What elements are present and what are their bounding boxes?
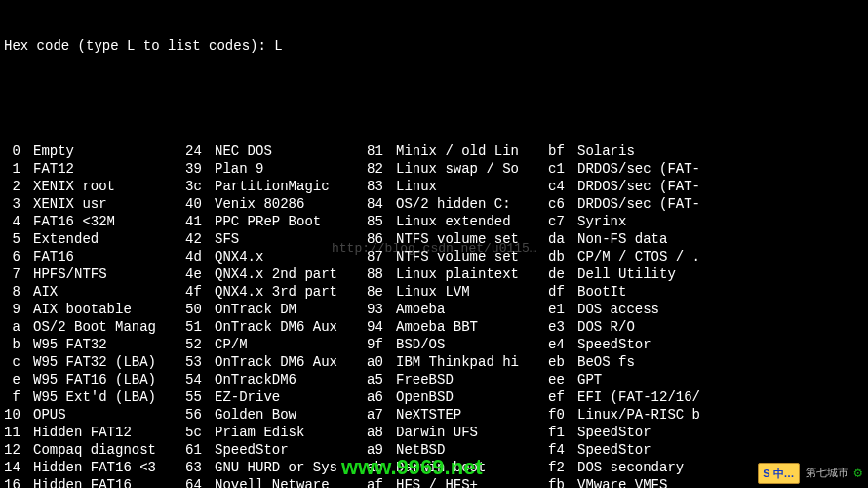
name: OpenBSD [396, 388, 548, 406]
table-row: 11Hidden FAT125cPriam Ediska8Darwin UFSf… [4, 424, 864, 441]
name: XENIX root [33, 178, 185, 195]
table-row: 9AIX bootable50OnTrack DM93Amoebae1DOS a… [4, 301, 864, 318]
code: 82 [367, 160, 396, 178]
name: HPFS/NTFS [33, 265, 185, 283]
name: Venix 80286 [215, 195, 367, 213]
code: 4e [185, 265, 215, 283]
name: SFS [215, 230, 367, 248]
name: DOS access [577, 301, 733, 318]
code: 3c [185, 178, 215, 195]
code: a8 [367, 424, 396, 441]
name: Amoeba BBT [396, 318, 548, 336]
name: OS/2 Boot Manag [33, 318, 185, 336]
code: a5 [367, 371, 396, 388]
code: db [548, 248, 577, 265]
code: 11 [4, 424, 33, 441]
code: e4 [548, 336, 577, 353]
table-row: 6FAT164dQNX4.x87NTFS volume setdbCP/M / … [4, 248, 864, 265]
name: Dell Utility [577, 265, 733, 283]
code: 88 [367, 265, 396, 283]
name: CP/M / CTOS / . [577, 248, 733, 265]
name: Non-FS data [577, 230, 733, 248]
name: Solaris [577, 142, 733, 160]
table-row: bW95 FAT3252CP/M9fBSD/OSe4SpeedStor [4, 336, 864, 353]
name: NeXTSTEP [396, 406, 548, 424]
footer: S 中… 第七城市 ⚙ [758, 463, 862, 484]
code: 2 [4, 178, 33, 195]
code: 51 [185, 318, 215, 336]
table-row: 2XENIX root3cPartitionMagic83Linuxc4DRDO… [4, 178, 864, 195]
code: 5 [4, 230, 33, 248]
name: W95 FAT32 [33, 336, 185, 353]
name: DRDOS/sec (FAT- [577, 195, 733, 213]
name: Darwin boot [396, 459, 548, 476]
name: FAT16 [33, 248, 185, 265]
code: 24 [185, 142, 215, 160]
code: 10 [4, 406, 33, 424]
code: c1 [548, 160, 577, 178]
code: 7 [4, 265, 33, 283]
name: Golden Bow [215, 406, 367, 424]
name: SpeedStor [577, 441, 733, 459]
code: 83 [367, 178, 396, 195]
name: SpeedStor [577, 424, 733, 441]
code: 81 [367, 142, 396, 160]
partition-type-table: 0Empty24NEC DOS81Minix / old LinbfSolari… [4, 142, 864, 488]
name: BSD/OS [396, 336, 548, 353]
name: FAT12 [33, 160, 185, 178]
footer-label: 第七城市 [806, 465, 848, 482]
code: 1 [4, 160, 33, 178]
code: 86 [367, 230, 396, 248]
code: b [4, 336, 33, 353]
table-row: 10OPUS56Golden Bowa7NeXTSTEPf0Linux/PA-R… [4, 406, 864, 424]
name: Hidden FAT12 [33, 424, 185, 441]
code: df [548, 283, 577, 301]
name: PartitionMagic [215, 178, 367, 195]
code: c7 [548, 213, 577, 230]
code: 8 [4, 283, 33, 301]
code: a6 [367, 388, 396, 406]
code: 93 [367, 301, 396, 318]
code: e3 [548, 318, 577, 336]
code: 4 [4, 213, 33, 230]
name: HFS / HFS+ [396, 476, 548, 488]
code: a9 [367, 441, 396, 459]
code: da [548, 230, 577, 248]
name: EFI (FAT-12/16/ [577, 388, 733, 406]
name: FreeBSD [396, 371, 548, 388]
terminal-output: Hex code (type L to list codes): L 0Empt… [0, 0, 868, 488]
code: a7 [367, 406, 396, 424]
code: 40 [185, 195, 215, 213]
name: DOS R/O [577, 318, 733, 336]
name: NTFS volume set [396, 248, 548, 265]
code: 12 [4, 441, 33, 459]
name: Linux LVM [396, 283, 548, 301]
code: 61 [185, 441, 215, 459]
name: OnTrack DM6 Aux [215, 353, 367, 371]
code: c6 [548, 195, 577, 213]
name: NTFS volume set [396, 230, 548, 248]
code: e [4, 371, 33, 388]
name: QNX4.x [215, 248, 367, 265]
code: ab [367, 459, 396, 476]
name: Priam Edisk [215, 424, 367, 441]
code: f [4, 388, 33, 406]
code: 52 [185, 336, 215, 353]
name: Syrinx [577, 213, 733, 230]
name: DOS secondary [577, 459, 733, 476]
code: 63 [185, 459, 215, 476]
name: W95 FAT32 (LBA) [33, 353, 185, 371]
code: 55 [185, 388, 215, 406]
name: Novell Netware [215, 476, 367, 488]
name: BootIt [577, 283, 733, 301]
code: 8e [367, 283, 396, 301]
name: Linux plaintext [396, 265, 548, 283]
code: a [4, 318, 33, 336]
name: Plan 9 [215, 160, 367, 178]
name: IBM Thinkpad hi [396, 353, 548, 371]
name: W95 Ext'd (LBA) [33, 388, 185, 406]
code: eb [548, 353, 577, 371]
name: OS/2 hidden C: [396, 195, 548, 213]
table-row: 12Compaq diagnost61SpeedStora9NetBSDf4Sp… [4, 441, 864, 459]
code: 42 [185, 230, 215, 248]
